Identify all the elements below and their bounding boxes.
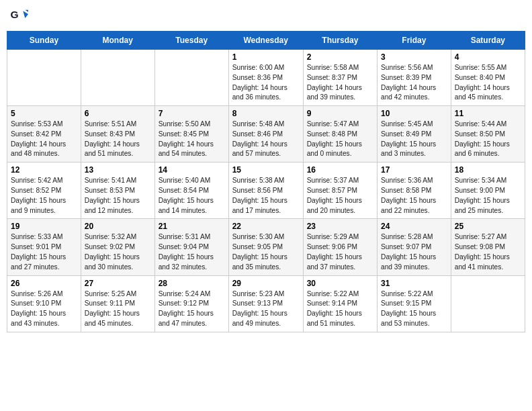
day-info: Sunrise: 5:23 AM Sunset: 9:13 PM Dayligh…: [232, 289, 300, 329]
day-number: 25: [455, 222, 521, 231]
day-info: Sunrise: 5:29 AM Sunset: 9:06 PM Dayligh…: [307, 232, 373, 272]
logo: G: [9, 7, 31, 26]
calendar-cell: 25Sunrise: 5:27 AM Sunset: 9:08 PM Dayli…: [451, 219, 525, 275]
calendar-cell: 14Sunrise: 5:40 AM Sunset: 8:54 PM Dayli…: [154, 163, 228, 219]
calendar-week-1: 1Sunrise: 6:00 AM Sunset: 8:36 PM Daylig…: [7, 50, 525, 106]
day-info: Sunrise: 5:25 AM Sunset: 9:11 PM Dayligh…: [85, 289, 151, 329]
calendar-cell: 28Sunrise: 5:24 AM Sunset: 9:12 PM Dayli…: [154, 275, 228, 332]
calendar-cell: 3Sunrise: 5:56 AM Sunset: 8:39 PM Daylig…: [378, 50, 451, 106]
day-info: Sunrise: 5:27 AM Sunset: 9:08 PM Dayligh…: [455, 232, 521, 272]
calendar-cell: 19Sunrise: 5:33 AM Sunset: 9:01 PM Dayli…: [7, 219, 81, 275]
day-number: 6: [85, 109, 151, 118]
calendar-cell: 12Sunrise: 5:42 AM Sunset: 8:52 PM Dayli…: [7, 163, 81, 219]
day-number: 16: [307, 165, 373, 175]
day-number: 10: [381, 109, 447, 118]
calendar-cell: 15Sunrise: 5:38 AM Sunset: 8:56 PM Dayli…: [228, 163, 303, 219]
day-info: Sunrise: 5:51 AM Sunset: 8:43 PM Dayligh…: [85, 120, 151, 159]
day-number: 2: [307, 52, 373, 62]
day-number: 21: [159, 222, 225, 231]
calendar-cell: 27Sunrise: 5:25 AM Sunset: 9:11 PM Dayli…: [81, 275, 154, 332]
calendar-cell: 26Sunrise: 5:26 AM Sunset: 9:10 PM Dayli…: [7, 275, 81, 332]
svg-text:G: G: [11, 9, 19, 20]
calendar-week-2: 5Sunrise: 5:53 AM Sunset: 8:42 PM Daylig…: [7, 106, 525, 163]
calendar-header-thursday: Thursday: [303, 32, 377, 50]
day-info: Sunrise: 5:41 AM Sunset: 8:53 PM Dayligh…: [85, 176, 151, 216]
calendar-cell: [154, 50, 228, 106]
calendar-cell: 23Sunrise: 5:29 AM Sunset: 9:06 PM Dayli…: [303, 219, 377, 275]
day-number: 30: [307, 279, 373, 288]
calendar-header-sunday: Sunday: [7, 32, 81, 50]
day-number: 13: [85, 165, 151, 175]
day-info: Sunrise: 5:22 AM Sunset: 9:14 PM Dayligh…: [307, 289, 373, 329]
calendar-cell: 24Sunrise: 5:28 AM Sunset: 9:07 PM Dayli…: [378, 219, 451, 275]
day-number: 27: [85, 279, 151, 288]
calendar-cell: 21Sunrise: 5:31 AM Sunset: 9:04 PM Dayli…: [154, 219, 228, 275]
svg-marker-2: [25, 10, 28, 12]
day-info: Sunrise: 5:24 AM Sunset: 9:12 PM Dayligh…: [159, 289, 225, 329]
calendar-cell: 8Sunrise: 5:48 AM Sunset: 8:46 PM Daylig…: [228, 106, 303, 163]
day-info: Sunrise: 5:36 AM Sunset: 8:58 PM Dayligh…: [381, 176, 447, 216]
calendar-cell: 10Sunrise: 5:45 AM Sunset: 8:49 PM Dayli…: [378, 106, 451, 163]
calendar-cell: [451, 275, 525, 332]
logo-icon: G: [9, 7, 28, 26]
day-number: 4: [455, 52, 521, 62]
calendar-cell: 17Sunrise: 5:36 AM Sunset: 8:58 PM Dayli…: [378, 163, 451, 219]
day-number: 26: [11, 279, 77, 288]
day-info: Sunrise: 5:45 AM Sunset: 8:49 PM Dayligh…: [381, 120, 447, 159]
calendar-cell: [7, 50, 81, 106]
day-number: 22: [232, 222, 300, 231]
calendar-header-friday: Friday: [378, 32, 451, 50]
day-number: 19: [11, 222, 77, 231]
calendar-cell: 29Sunrise: 5:23 AM Sunset: 9:13 PM Dayli…: [228, 275, 303, 332]
page-header: G: [7, 7, 525, 26]
day-number: 17: [381, 165, 447, 175]
calendar-header-row: SundayMondayTuesdayWednesdayThursdayFrid…: [7, 32, 525, 50]
calendar-cell: 9Sunrise: 5:47 AM Sunset: 8:48 PM Daylig…: [303, 106, 377, 163]
day-info: Sunrise: 5:22 AM Sunset: 9:15 PM Dayligh…: [381, 289, 447, 329]
calendar-cell: 20Sunrise: 5:32 AM Sunset: 9:02 PM Dayli…: [81, 219, 154, 275]
day-number: 18: [455, 165, 521, 175]
day-info: Sunrise: 5:40 AM Sunset: 8:54 PM Dayligh…: [159, 176, 225, 216]
day-info: Sunrise: 5:30 AM Sunset: 9:05 PM Dayligh…: [232, 232, 300, 272]
day-info: Sunrise: 5:58 AM Sunset: 8:37 PM Dayligh…: [307, 63, 373, 103]
day-info: Sunrise: 5:42 AM Sunset: 8:52 PM Dayligh…: [11, 176, 77, 216]
calendar-cell: 31Sunrise: 5:22 AM Sunset: 9:15 PM Dayli…: [378, 275, 451, 332]
day-info: Sunrise: 5:48 AM Sunset: 8:46 PM Dayligh…: [232, 120, 300, 159]
calendar-cell: [81, 50, 154, 106]
day-info: Sunrise: 5:26 AM Sunset: 9:10 PM Dayligh…: [11, 289, 77, 329]
day-number: 31: [381, 279, 447, 288]
day-info: Sunrise: 5:55 AM Sunset: 8:40 PM Dayligh…: [455, 63, 521, 103]
calendar-header-saturday: Saturday: [451, 32, 525, 50]
day-number: 7: [159, 109, 225, 118]
day-info: Sunrise: 5:33 AM Sunset: 9:01 PM Dayligh…: [11, 232, 77, 272]
day-info: Sunrise: 6:00 AM Sunset: 8:36 PM Dayligh…: [232, 63, 300, 103]
calendar-cell: 7Sunrise: 5:50 AM Sunset: 8:45 PM Daylig…: [154, 106, 228, 163]
day-number: 9: [307, 109, 373, 118]
day-number: 1: [232, 52, 300, 62]
svg-marker-1: [23, 11, 28, 18]
calendar-cell: 30Sunrise: 5:22 AM Sunset: 9:14 PM Dayli…: [303, 275, 377, 332]
calendar-cell: 1Sunrise: 6:00 AM Sunset: 8:36 PM Daylig…: [228, 50, 303, 106]
day-number: 15: [232, 165, 300, 175]
day-info: Sunrise: 5:53 AM Sunset: 8:42 PM Dayligh…: [11, 120, 77, 159]
calendar-header-wednesday: Wednesday: [228, 32, 303, 50]
calendar-cell: 6Sunrise: 5:51 AM Sunset: 8:43 PM Daylig…: [81, 106, 154, 163]
calendar-cell: 2Sunrise: 5:58 AM Sunset: 8:37 PM Daylig…: [303, 50, 377, 106]
day-info: Sunrise: 5:31 AM Sunset: 9:04 PM Dayligh…: [159, 232, 225, 272]
day-info: Sunrise: 5:38 AM Sunset: 8:56 PM Dayligh…: [232, 176, 300, 216]
calendar-header-tuesday: Tuesday: [154, 32, 228, 50]
day-info: Sunrise: 5:28 AM Sunset: 9:07 PM Dayligh…: [381, 232, 447, 272]
calendar-week-3: 12Sunrise: 5:42 AM Sunset: 8:52 PM Dayli…: [7, 163, 525, 219]
day-number: 23: [307, 222, 373, 231]
calendar-header-monday: Monday: [81, 32, 154, 50]
calendar-cell: 5Sunrise: 5:53 AM Sunset: 8:42 PM Daylig…: [7, 106, 81, 163]
day-info: Sunrise: 5:47 AM Sunset: 8:48 PM Dayligh…: [307, 120, 373, 159]
day-number: 29: [232, 279, 300, 288]
day-info: Sunrise: 5:37 AM Sunset: 8:57 PM Dayligh…: [307, 176, 373, 216]
calendar: SundayMondayTuesdayWednesdayThursdayFrid…: [7, 31, 525, 332]
day-number: 8: [232, 109, 300, 118]
calendar-week-5: 26Sunrise: 5:26 AM Sunset: 9:10 PM Dayli…: [7, 275, 525, 332]
day-info: Sunrise: 5:56 AM Sunset: 8:39 PM Dayligh…: [381, 63, 447, 103]
calendar-cell: 18Sunrise: 5:34 AM Sunset: 9:00 PM Dayli…: [451, 163, 525, 219]
day-number: 12: [11, 165, 77, 175]
